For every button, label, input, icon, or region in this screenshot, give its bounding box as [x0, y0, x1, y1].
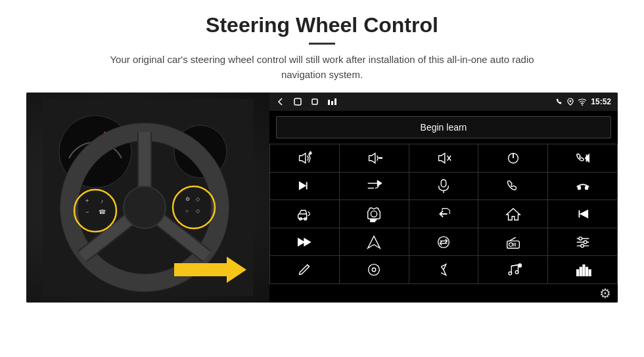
- svg-point-75: [580, 244, 584, 247]
- svg-text:360°: 360°: [371, 219, 377, 222]
- cd-button[interactable]: [340, 256, 409, 284]
- svg-point-81: [515, 271, 518, 274]
- back-icon: [276, 97, 285, 106]
- skip-next-button[interactable]: [270, 173, 339, 200]
- svg-line-69: [509, 237, 515, 241]
- navigate-button[interactable]: [340, 228, 409, 256]
- location-icon: [567, 98, 574, 106]
- svg-line-82: [511, 265, 518, 266]
- svg-rect-46: [441, 180, 446, 187]
- svg-rect-84: [576, 270, 578, 276]
- svg-text:+: +: [310, 151, 312, 156]
- svg-rect-25: [294, 98, 301, 105]
- back-nav-button[interactable]: [409, 200, 478, 228]
- steering-wheel-svg: + ♪ − ☎ ⚙ ◇ ○ ◇: [43, 99, 253, 296]
- svg-rect-28: [331, 101, 333, 105]
- svg-rect-49: [585, 186, 587, 190]
- home-nav-button[interactable]: [478, 200, 547, 228]
- svg-rect-85: [580, 267, 582, 276]
- svg-rect-26: [312, 99, 317, 104]
- settings-gear-button[interactable]: ⚙: [599, 285, 611, 301]
- phone-call-button[interactable]: [478, 173, 547, 200]
- status-bar-left: [276, 97, 338, 106]
- svg-point-78: [372, 268, 376, 272]
- power-button[interactable]: [478, 144, 547, 172]
- status-bar: 15:52: [269, 93, 618, 111]
- svg-line-76: [308, 265, 310, 267]
- wifi-icon: [578, 98, 587, 106]
- sim-icon: [327, 97, 338, 106]
- begin-learn-button[interactable]: Begin learn: [276, 116, 611, 138]
- svg-point-53: [371, 211, 377, 217]
- equalizer-swap-button[interactable]: [409, 228, 478, 256]
- svg-marker-55: [507, 209, 520, 220]
- svg-text:◇: ◇: [196, 196, 200, 202]
- bottom-bar: ⚙: [269, 284, 618, 303]
- hang-up-button[interactable]: [548, 173, 617, 200]
- bluetooth-button[interactable]: [409, 256, 478, 284]
- svg-point-30: [570, 100, 572, 102]
- svg-marker-40: [300, 182, 306, 190]
- svg-rect-27: [328, 100, 330, 105]
- home-square-icon: [293, 97, 302, 106]
- svg-point-31: [582, 104, 583, 106]
- svg-rect-29: [334, 98, 336, 105]
- vol-mute-button[interactable]: [409, 144, 478, 172]
- phone-status-icon: [555, 98, 563, 106]
- horn-button[interactable]: [270, 200, 339, 228]
- svg-point-80: [509, 272, 512, 275]
- page-subtitle: Your original car's steering wheel contr…: [92, 52, 552, 82]
- edit-button[interactable]: [270, 256, 339, 284]
- fast-forward-button[interactable]: [270, 228, 339, 256]
- svg-point-13: [124, 186, 166, 228]
- page-title: Steering Wheel Control: [26, 13, 618, 37]
- svg-rect-86: [583, 265, 585, 276]
- svg-text:⚙: ⚙: [518, 263, 522, 268]
- svg-marker-57: [580, 210, 587, 217]
- music-button[interactable]: ⚙: [478, 256, 547, 284]
- svg-rect-87: [586, 267, 587, 276]
- vol-up-button[interactable]: +: [270, 144, 339, 172]
- svg-point-77: [369, 264, 380, 276]
- svg-marker-59: [304, 238, 310, 245]
- svg-text:+: +: [85, 198, 89, 204]
- svg-rect-48: [578, 186, 580, 190]
- spectrum-button[interactable]: [548, 256, 617, 284]
- skip-back-button[interactable]: [548, 200, 617, 228]
- mic-button[interactable]: [409, 173, 478, 200]
- prev-track-phone-button[interactable]: [548, 144, 617, 172]
- svg-text:⚙: ⚙: [185, 196, 190, 202]
- svg-point-71: [579, 237, 582, 240]
- svg-rect-88: [589, 270, 591, 276]
- svg-text:○: ○: [185, 208, 189, 214]
- svg-text:♪: ♪: [101, 198, 103, 204]
- svg-marker-60: [368, 236, 380, 248]
- wheel-background: + ♪ − ☎ ⚙ ◇ ○ ◇: [26, 93, 269, 303]
- camera360-button[interactable]: 360°: [340, 200, 409, 228]
- icons-grid: + −: [269, 144, 618, 284]
- svg-point-65: [509, 243, 513, 247]
- recent-apps-icon: [310, 97, 319, 106]
- page-wrapper: Steering Wheel Control Your original car…: [0, 0, 644, 309]
- status-time: 15:52: [591, 97, 611, 106]
- title-section: Steering Wheel Control Your original car…: [26, 13, 618, 82]
- shuffle-button[interactable]: [340, 173, 409, 200]
- svg-text:☎: ☎: [99, 209, 106, 215]
- vol-down-button[interactable]: −: [340, 144, 409, 172]
- svg-line-79: [441, 267, 444, 270]
- steering-wheel-image: + ♪ − ☎ ⚙ ◇ ○ ◇: [26, 93, 269, 303]
- settings-sliders-button[interactable]: [548, 228, 617, 256]
- status-bar-right: 15:52: [555, 97, 611, 106]
- radio-button[interactable]: [478, 228, 547, 256]
- svg-point-73: [584, 240, 587, 243]
- svg-marker-45: [378, 181, 382, 186]
- svg-text:◇: ◇: [196, 208, 200, 214]
- begin-learn-row: Begin learn: [269, 111, 618, 144]
- svg-marker-58: [298, 238, 304, 245]
- android-ui-panel: 15:52 Begin learn + −: [269, 93, 618, 303]
- title-divider: [309, 43, 335, 45]
- svg-text:−: −: [85, 209, 89, 215]
- svg-text:−: −: [379, 155, 383, 161]
- content-row: + ♪ − ☎ ⚙ ◇ ○ ◇: [26, 93, 618, 303]
- svg-point-61: [438, 236, 449, 247]
